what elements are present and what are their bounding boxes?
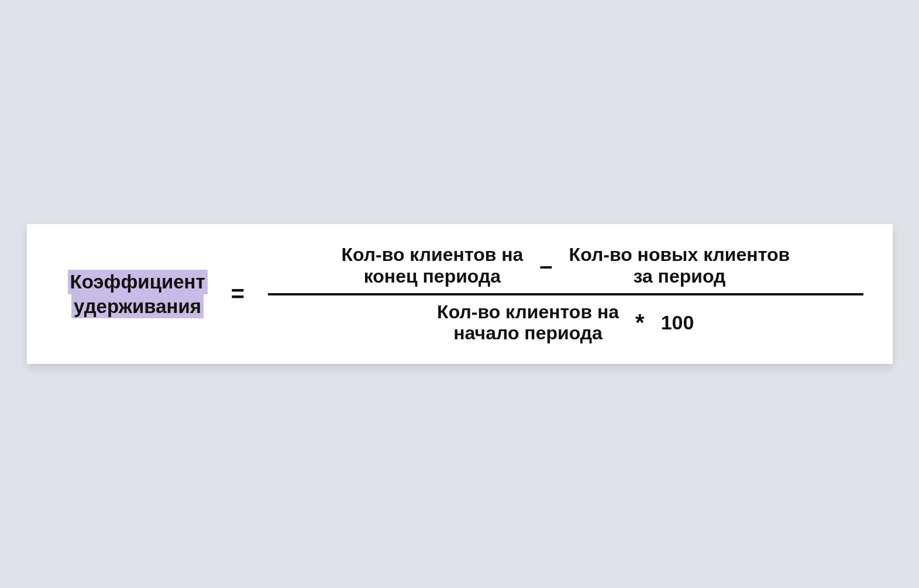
- numerator: Кол-во клиентов на конец периода – Кол-в…: [268, 240, 863, 291]
- numerator-term2-line1: Кол-во новых клиентов: [569, 244, 790, 266]
- denominator-term: Кол-во клиентов на начало периода: [437, 301, 619, 345]
- lhs-label: Коэффициент удерживания: [68, 270, 208, 318]
- numerator-term1-line1: Кол-во клиентов на: [341, 244, 523, 266]
- lhs-line1: Коэффициент: [68, 270, 208, 294]
- numerator-term2: Кол-во новых клиентов за период: [569, 244, 790, 287]
- lhs-line2: удерживания: [71, 294, 204, 318]
- numerator-term1-line2: конец периода: [341, 266, 523, 287]
- equals-sign: =: [231, 281, 245, 307]
- fraction: Кол-во клиентов на конец периода – Кол-в…: [268, 240, 863, 348]
- multiplier-value: 100: [661, 311, 694, 334]
- numerator-term2-line2: за период: [569, 266, 790, 287]
- formula-card: Коэффициент удерживания = Кол-во клиенто…: [27, 224, 893, 364]
- fraction-bar: [268, 293, 863, 295]
- minus-sign: –: [539, 254, 552, 277]
- denominator-term-line2: начало периода: [437, 322, 619, 344]
- denominator: Кол-во клиентов на начало периода * 100: [268, 298, 863, 348]
- times-sign: *: [635, 311, 645, 334]
- denominator-term-line1: Кол-во клиентов на: [437, 301, 619, 323]
- numerator-term1: Кол-во клиентов на конец периода: [341, 244, 523, 287]
